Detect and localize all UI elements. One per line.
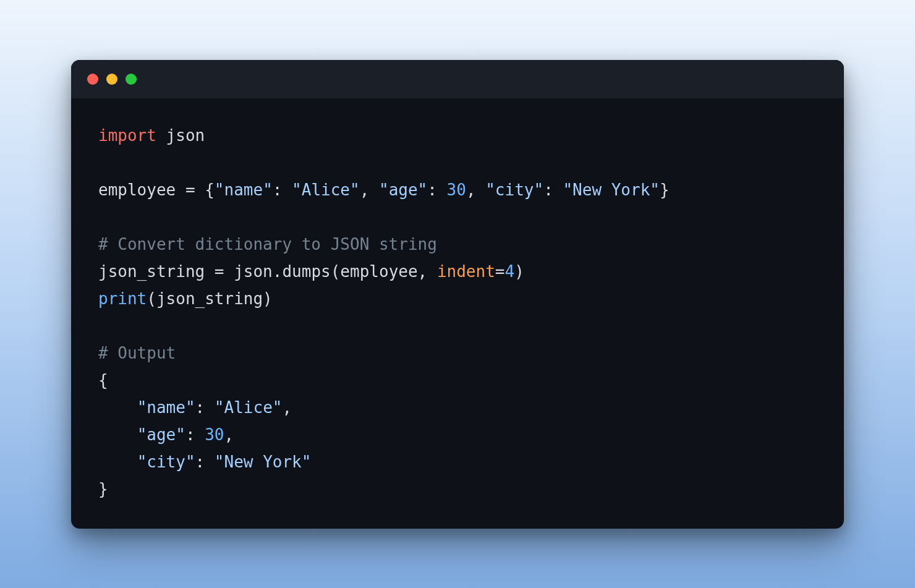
code-token: ,	[224, 425, 234, 444]
code-token: print	[98, 289, 147, 308]
code-token: json_string	[98, 262, 215, 281]
code-token: "name"	[215, 181, 273, 199]
code-token: "New York"	[563, 181, 660, 199]
code-token: }	[660, 181, 670, 199]
close-icon[interactable]	[87, 74, 98, 85]
code-token	[98, 425, 137, 444]
code-token: "Alice"	[215, 398, 283, 417]
code-token: "city"	[137, 453, 195, 471]
code-token: {	[98, 371, 108, 390]
code-token: (employee,	[331, 262, 437, 281]
code-token: indent	[437, 262, 495, 281]
code-token	[98, 453, 137, 471]
code-token: json	[234, 262, 273, 281]
code-token: )	[514, 262, 524, 281]
code-token	[98, 398, 137, 417]
code-token: import	[98, 126, 156, 145]
code-token: "city"	[485, 181, 543, 199]
code-token: dumps	[282, 262, 330, 281]
code-token: json	[156, 126, 205, 145]
minimize-icon[interactable]	[106, 74, 117, 85]
code-token: 30	[447, 181, 466, 199]
code-token: :	[195, 453, 215, 471]
code-token: :	[273, 181, 292, 199]
code-token: "name"	[137, 398, 195, 417]
code-token: = {	[185, 181, 215, 199]
code-token: }	[98, 480, 108, 498]
window-titlebar	[71, 60, 844, 98]
code-token: ,	[360, 181, 379, 199]
code-token: 30	[205, 425, 224, 444]
code-block: import json employee = {"name": "Alice",…	[71, 98, 844, 529]
code-token: # Output	[98, 344, 176, 362]
code-token: employee	[98, 181, 185, 199]
code-token: "New York"	[215, 453, 312, 471]
code-token: :	[543, 181, 563, 199]
code-token: ,	[282, 398, 292, 417]
code-token: :	[185, 425, 205, 444]
code-token: (json_string)	[147, 289, 273, 308]
code-token: =	[215, 262, 234, 281]
code-token: ,	[466, 181, 485, 199]
code-window: import json employee = {"name": "Alice",…	[71, 60, 844, 529]
code-token: =	[495, 262, 505, 281]
code-token: :	[195, 398, 215, 417]
code-token: :	[427, 181, 446, 199]
code-token: # Convert dictionary to JSON string	[98, 235, 437, 254]
maximize-icon[interactable]	[126, 74, 137, 85]
code-token: "age"	[379, 181, 427, 199]
code-token: .	[273, 262, 283, 281]
code-token: 4	[504, 262, 514, 281]
code-token: "Alice"	[292, 181, 360, 199]
code-token: "age"	[137, 425, 185, 444]
